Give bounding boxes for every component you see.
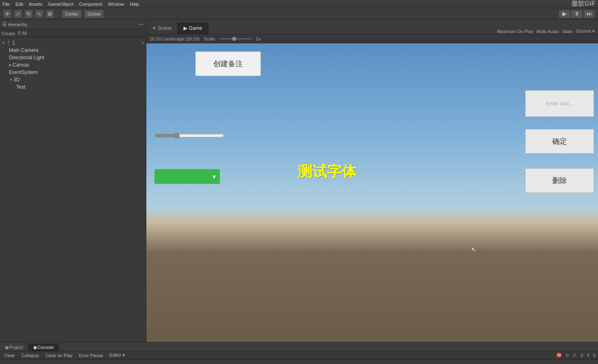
scale-value: 1x [256,36,261,41]
hierarchy-content: ▼ ⋮ 1 ≡ Main Camera Directional Light ▶ … [0,38,146,342]
hierarchy-item-test[interactable]: Test [0,83,146,91]
scene-tabs: ✦ Scene ▶ Game Maximize On Play Mute Aud… [146,20,598,34]
bottom-panel: ◉ Project ◉ Console Clear Collapse Clear… [0,342,598,364]
sep1 [58,10,58,18]
hierarchy-item-label-eventsystem: EventSystem [9,69,38,75]
project-tab-icon: ◉ [5,345,9,350]
scale-slider[interactable] [219,38,252,40]
slider-input[interactable] [155,132,224,139]
clear-on-play-btn[interactable]: Clear on Play [44,353,74,358]
game-tab-icon: ▶ [184,25,187,31]
scale-tool[interactable]: ⤡ [35,10,43,18]
clear-btn[interactable]: Clear [2,353,16,358]
scene-arrow: ▼ [2,41,5,45]
menu-window[interactable]: Window [108,2,124,7]
enter-text-field[interactable]: Enter text... [525,90,594,117]
hierarchy-item-label-main-camera: Main Camera [9,47,38,53]
cursor [471,246,475,252]
hierarchy-icon: ☰ [2,22,7,27]
hierarchy-lock[interactable]: ⋯ [139,22,143,27]
bottom-tabs: ◉ Project ◉ Console [0,342,598,351]
mute-audio[interactable]: Mute Audio [537,29,559,34]
hierarchy-item-label-scene: ⋮ 1 [6,40,15,46]
tab-console[interactable]: ◉ Console [28,344,59,351]
hierarchy-item-eventsystem[interactable]: EventSystem [0,69,146,76]
step-button[interactable]: ⏭ [583,10,595,18]
move-tool[interactable]: ⤢ [14,10,22,18]
rect-tool[interactable]: ⊞ [46,10,54,18]
tab-scene[interactable]: ✦ Scene [146,22,178,34]
hierarchy-item-main-camera[interactable]: Main Camera [0,47,146,54]
game-tab-label: Game [189,25,202,31]
hierarchy-item-3d[interactable]: ▼ 3D [0,76,146,83]
hierarchy-header: ☰ Hierarchy ⋯ [0,20,146,29]
menu-component[interactable]: Component [79,2,102,7]
hierarchy-item-label-test: Test [16,84,25,90]
scene-tab-options: Maximize On Play Mute Audio Stats Gizmos… [494,29,598,34]
3d-arrow: ▼ [9,78,13,82]
hierarchy-item-label-3d: 3D [13,77,20,83]
hand-tool[interactable]: ✛ [3,10,11,18]
menu-assets[interactable]: Assets [29,2,43,7]
warn-count: 0 [581,353,583,358]
error-count: 0 [566,353,569,358]
menu-bar: File Edit Assets GameObject Component Wi… [0,0,598,8]
scale-label: Scale [204,36,215,41]
create-btn[interactable]: Create [2,31,15,36]
error-pause-btn[interactable]: Error Pause [77,353,105,358]
menu-file[interactable]: File [2,2,10,7]
scene-tab-label: Scene [158,25,172,31]
console-status: ⛔ 0 ⚠ 0 ℹ 0 [556,353,596,358]
hierarchy-item-label-canvas: Canvas [13,62,29,68]
scene-tab-icon: ✦ [152,25,156,31]
stats-btn[interactable]: Stats [562,29,573,34]
delete-button[interactable]: 删除 [525,168,594,193]
main-layout: ☰ Hierarchy ⋯ Create ⚲ All ▼ ⋮ 1 ≡ Main … [0,20,598,342]
game-slider[interactable] [155,132,224,139]
project-tab-label: Project [9,345,23,350]
pause-button[interactable]: ⏸ [571,10,582,18]
test-font-label: 测试字体 [298,162,356,182]
game-scene-background: 创建备注 ▾ 测试字体 Enter text... 确定 删除 [146,43,598,342]
menu-gameobject[interactable]: GameObject [48,2,74,7]
gizmos-btn[interactable]: Gizmos ▾ [576,29,595,34]
menu-help[interactable]: Help [130,2,139,7]
create-note-button[interactable]: 创建备注 [195,51,261,76]
center-btn[interactable]: Center [62,10,82,18]
play-button[interactable]: ▶ [559,10,570,18]
menu-edit[interactable]: Edit [16,2,23,7]
game-dropdown[interactable]: ▾ [155,169,220,184]
tab-game[interactable]: ▶ Game [178,22,208,34]
collapse-btn[interactable]: Collapse [20,353,40,358]
warn-icon: ⚠ [573,353,577,358]
brand-logo: 傲软GIF [571,0,596,8]
toolbar: ✛ ⤢ ↻ ⤡ ⊞ Center Global ▶ ⏸ ⏭ [0,8,598,20]
maximize-on-play[interactable]: Maximize On Play [497,29,533,34]
hierarchy-item-canvas[interactable]: ▶ Canvas [0,61,146,69]
global-btn[interactable]: Global [84,10,104,18]
hierarchy-item-scene[interactable]: ▼ ⋮ 1 ≡ [0,39,146,47]
all-btn[interactable]: ⚲ All [18,31,27,36]
hierarchy-item-label-dir-light: Directional Light [9,55,44,60]
editor-btn[interactable]: Editor ▾ [108,353,127,358]
rotate-tool[interactable]: ↻ [25,10,33,18]
bottom-toolbar: Clear Collapse Clear on Play Error Pause… [0,351,598,360]
scene-options: ≡ [142,40,144,45]
hierarchy-title: Hierarchy [8,22,27,27]
scene-area: ✦ Scene ▶ Game Maximize On Play Mute Aud… [146,20,598,342]
info-icon: ℹ [587,353,589,358]
game-toolbar: 16:10 Landscape (16:10) Scale 1x [146,34,598,43]
hierarchy-panel: ☰ Hierarchy ⋯ Create ⚲ All ▼ ⋮ 1 ≡ Main … [0,20,146,342]
dropdown-arrow: ▾ [213,173,216,181]
confirm-button[interactable]: 确定 [525,129,594,154]
hierarchy-toolbar: Create ⚲ All [0,29,146,38]
console-tab-icon: ◉ [33,345,37,350]
resolution-selector[interactable]: 16:10 Landscape (16:10) [150,36,199,41]
canvas-arrow: ▶ [9,63,12,67]
tab-project[interactable]: ◉ Project [0,344,28,351]
console-tab-label: Console [37,345,54,350]
game-view[interactable]: 创建备注 ▾ 测试字体 Enter text... 确定 删除 [146,43,598,342]
hierarchy-item-dir-light[interactable]: Directional Light [0,54,146,61]
error-icon: ⛔ [556,353,562,358]
play-controls: ▶ ⏸ ⏭ [559,10,595,18]
